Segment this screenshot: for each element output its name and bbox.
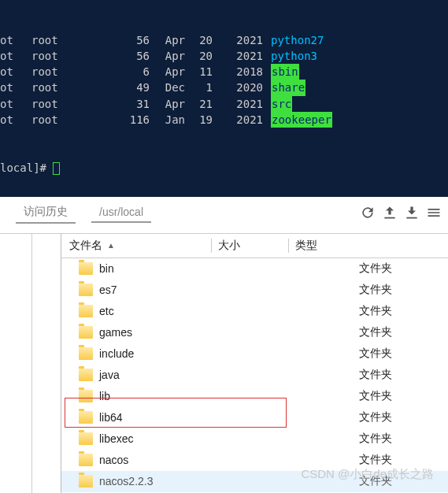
file-type: 文件夹	[359, 432, 448, 446]
table-row[interactable]: java文件夹	[61, 365, 448, 386]
file-type: 文件夹	[359, 325, 448, 339]
file-link: src	[271, 96, 292, 112]
file-table: 文件名▲ 大小 类型 bin文件夹es7文件夹etc文件夹games文件夹inc…	[61, 234, 448, 493]
file-type: 文件夹	[359, 453, 448, 467]
file-type: 文件夹	[359, 389, 448, 403]
terminal-row: otroot31Apr212021src	[0, 96, 443, 112]
table-row[interactable]: nacos文件夹	[61, 450, 448, 471]
refresh-icon[interactable]	[360, 205, 376, 221]
table-row[interactable]: lib64文件夹	[61, 407, 448, 428]
file-name: lib64	[99, 411, 282, 424]
file-name: java	[99, 369, 282, 381]
file-name: include	[99, 347, 282, 360]
file-type: 文件夹	[359, 410, 448, 424]
file-link: python27	[271, 32, 324, 48]
cursor-icon	[53, 162, 60, 175]
menu-icon[interactable]	[426, 205, 442, 221]
breadcrumb-path[interactable]: /usr/local	[91, 202, 151, 223]
folder-icon	[79, 432, 93, 445]
table-header: 文件名▲ 大小 类型	[61, 234, 448, 258]
folder-icon	[79, 347, 93, 360]
terminal-row: otroot56Apr202021python3	[0, 48, 443, 64]
file-link: sbin	[271, 64, 299, 80]
header-type[interactable]: 类型	[288, 239, 448, 253]
folder-icon	[79, 369, 93, 381]
file-toolbar: 访问历史 /usr/local	[0, 197, 448, 234]
table-row[interactable]: es7文件夹	[61, 280, 448, 301]
terminal-output: otroot56Apr202021python27otroot56Apr2020…	[0, 0, 448, 197]
file-link: python3	[271, 48, 317, 64]
table-row[interactable]: bin文件夹	[61, 258, 448, 280]
file-type: 文件夹	[359, 261, 448, 276]
folder-icon	[79, 326, 93, 339]
terminal-row: otroot56Apr202021python27	[0, 32, 443, 48]
file-type: 文件夹	[359, 474, 448, 488]
file-type: 文件夹	[359, 304, 448, 318]
table-row[interactable]: lib文件夹	[61, 386, 448, 407]
folder-icon	[79, 284, 93, 296]
terminal-prompt[interactable]: local]#	[0, 160, 443, 176]
upload-icon[interactable]	[382, 205, 398, 221]
folder-icon	[79, 390, 93, 402]
file-name: lib	[99, 390, 282, 402]
table-row[interactable]: libexec文件夹	[61, 428, 448, 450]
terminal-row: otroot6Apr112018sbin	[0, 64, 443, 80]
tree-gutter	[0, 234, 61, 493]
file-link: share	[271, 80, 305, 95]
table-row[interactable]: etc文件夹	[61, 301, 448, 322]
file-pane: 文件名▲ 大小 类型 bin文件夹es7文件夹etc文件夹games文件夹inc…	[0, 234, 448, 493]
table-row[interactable]: games文件夹	[61, 322, 448, 343]
file-name: nacos	[99, 454, 282, 466]
tab-history[interactable]: 访问历史	[16, 202, 76, 224]
download-icon[interactable]	[404, 205, 420, 221]
file-name: etc	[99, 305, 282, 317]
header-size[interactable]: 大小	[211, 239, 288, 253]
file-type: 文件夹	[359, 368, 448, 382]
file-name: nacos2.2.3	[99, 475, 282, 487]
file-name: es7	[99, 284, 282, 296]
sort-asc-icon: ▲	[107, 241, 115, 250]
folder-icon	[79, 454, 93, 466]
table-row[interactable]: nacos2.2.3文件夹	[61, 471, 448, 492]
terminal-row: otroot116Jan192021zookeeper	[0, 112, 443, 128]
header-name[interactable]: 文件名▲	[69, 239, 211, 253]
file-name: libexec	[99, 432, 282, 445]
folder-icon	[79, 475, 93, 487]
folder-icon	[79, 305, 93, 317]
file-link: zookeeper	[271, 112, 332, 128]
file-name: bin	[99, 262, 282, 275]
terminal-row: otroot49Dec12020share	[0, 80, 443, 95]
folder-icon	[79, 262, 93, 275]
folder-icon	[79, 411, 93, 424]
file-type: 文件夹	[359, 347, 448, 361]
file-name: games	[99, 326, 282, 339]
table-row[interactable]: include文件夹	[61, 343, 448, 365]
file-type: 文件夹	[359, 283, 448, 297]
